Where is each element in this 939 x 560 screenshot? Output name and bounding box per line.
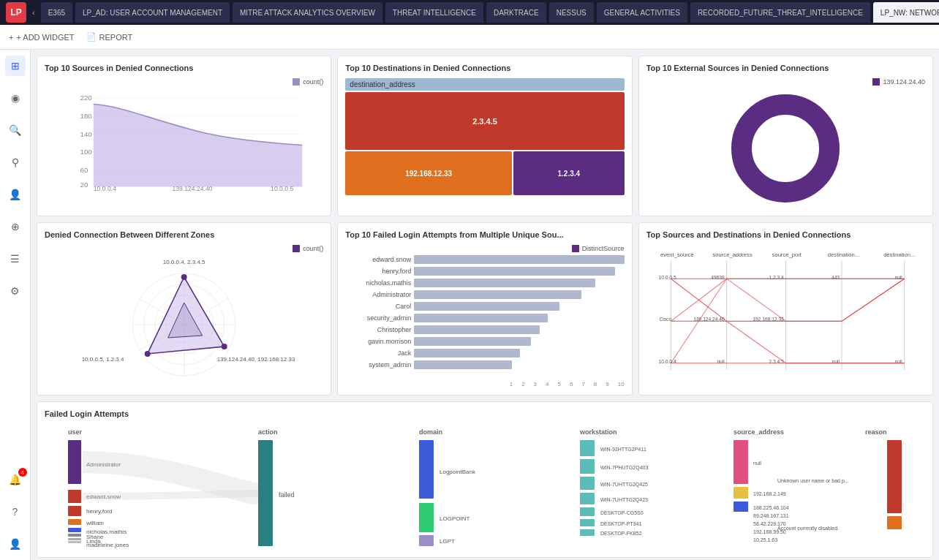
svg-rect-65 bbox=[68, 490, 81, 503]
tab-threat[interactable]: THREAT INTELLIGENCE bbox=[385, 2, 483, 23]
sidebar-item-account[interactable]: 👤 bbox=[5, 534, 26, 554]
hbar-row-3: Administrator bbox=[345, 290, 624, 299]
sidebar-item-search[interactable]: 🔍 bbox=[5, 120, 26, 140]
sidebar-item-user[interactable]: 👤 bbox=[5, 184, 26, 205]
svg-text:workstation: workstation bbox=[579, 428, 617, 436]
svg-text:220: 220 bbox=[80, 94, 93, 102]
widget-failed-login-top10: Top 10 Failed Login Attempts from Multip… bbox=[337, 222, 632, 396]
hbar-label-2: nicholas.mathis bbox=[345, 279, 411, 287]
svg-rect-93 bbox=[580, 493, 595, 504]
svg-text:20: 20 bbox=[80, 181, 88, 189]
svg-text:139.124.24.40, 192.168.12.33: 139.124.24.40, 192.168.12.33 bbox=[217, 356, 295, 363]
svg-text:10.0.0.5: 10.0.0.5 bbox=[658, 275, 676, 280]
tab-lp-nw[interactable]: LP_NW: NETWORK ACCES bbox=[873, 2, 939, 23]
legend-dot-failed bbox=[572, 245, 579, 252]
svg-text:WIN-7UHTTG2Q423: WIN-7UHTTG2Q423 bbox=[600, 497, 648, 503]
svg-point-28 bbox=[181, 274, 187, 280]
svg-text:null: null bbox=[753, 461, 761, 466]
svg-text:event_source: event_source bbox=[660, 251, 694, 258]
xaxis-3: 3 bbox=[534, 381, 537, 387]
svg-text:null: null bbox=[894, 275, 902, 280]
svg-text:action: action bbox=[258, 428, 278, 436]
svg-point-29 bbox=[222, 344, 227, 349]
svg-rect-101 bbox=[734, 440, 748, 484]
svg-text:180: 180 bbox=[80, 112, 93, 120]
sidebar-item-plus[interactable]: ⊕ bbox=[5, 216, 26, 237]
sidebar-item-settings[interactable]: ⚙ bbox=[5, 281, 26, 301]
tab-general[interactable]: GENERAL ACTIVITIES bbox=[597, 2, 687, 23]
svg-text:henry.ford: henry.ford bbox=[86, 508, 112, 515]
sidebar-item-dashboard[interactable]: ⊞ bbox=[5, 56, 26, 76]
sidebar-item-search2[interactable]: ⚲ bbox=[5, 152, 26, 173]
widget-zones-radar: Denied Connection Between Different Zone… bbox=[37, 222, 331, 396]
svg-text:Account currently disabled.: Account currently disabled. bbox=[777, 526, 839, 531]
svg-rect-111 bbox=[887, 440, 902, 513]
svg-rect-63 bbox=[68, 440, 81, 484]
sidebar-item-list[interactable]: ☰ bbox=[5, 249, 26, 269]
legend-radar: count() bbox=[45, 245, 323, 252]
hbar-label-4: Carol bbox=[345, 303, 411, 310]
svg-rect-69 bbox=[68, 519, 81, 525]
svg-rect-99 bbox=[580, 529, 595, 536]
widget-failed-login-body: user action domain workstation source_ad… bbox=[45, 424, 925, 550]
hbar-row-9: system_admin bbox=[345, 360, 624, 369]
svg-rect-81 bbox=[419, 440, 434, 499]
report-button[interactable]: 📄 REPORT bbox=[86, 32, 133, 42]
sidebar-item-help[interactable]: ? bbox=[5, 502, 26, 522]
svg-text:destination...: destination... bbox=[883, 251, 915, 258]
add-widget-button[interactable]: + + ADD WIDGET bbox=[9, 33, 75, 42]
svg-text:192.168.2.149: 192.168.2.149 bbox=[753, 491, 786, 496]
main-layout: ⊞ ◉ 🔍 ⚲ 👤 ⊕ ☰ ⚙ 🔔 4 ? 👤 Top 10 Sources i… bbox=[0, 50, 939, 560]
widget-zones-radar-title: Denied Connection Between Different Zone… bbox=[45, 230, 323, 239]
svg-text:DESKTOP-PT341: DESKTOP-PT341 bbox=[600, 521, 641, 526]
tab-darktrace[interactable]: DARKTRACE bbox=[486, 2, 546, 23]
hbar-label-0: edward.snow bbox=[345, 256, 411, 263]
xaxis-1: 1 bbox=[510, 381, 513, 387]
hbar-label-5: security_admin bbox=[345, 314, 411, 322]
report-icon: 📄 bbox=[86, 32, 97, 42]
legend-dot-sources bbox=[293, 78, 300, 86]
nav-back-button[interactable]: ‹ bbox=[29, 8, 38, 17]
legend-label-failed: DistinctSource bbox=[582, 245, 625, 252]
legend-dot-external bbox=[872, 78, 880, 86]
svg-text:139.124.24.40: 139.124.24.40 bbox=[173, 185, 213, 191]
hbar-row-2: nicholas.mathis bbox=[345, 279, 624, 287]
hbar-label-8: Jack bbox=[345, 349, 411, 357]
tab-mitre[interactable]: MITRE ATTACK ANALYTICS OVERVIEW bbox=[233, 2, 382, 23]
tab-nessus[interactable]: NESSUS bbox=[549, 2, 594, 23]
xaxis-6: 6 bbox=[570, 381, 573, 387]
main-content: Top 10 Sources in Denied Connections cou… bbox=[31, 50, 939, 560]
tab-recorded[interactable]: RECORDED_FUTURE_THREAT_INTELLIGENCE bbox=[690, 2, 870, 23]
widget-zones-radar-body: 10.0.0.4, 2.3.4.5 10.0.0.5, 1.2.3.4 139.… bbox=[45, 255, 323, 387]
svg-rect-91 bbox=[580, 477, 595, 490]
treemap-cell-1234: 1.2.3.4 bbox=[513, 151, 625, 195]
widget-top10-sources-title: Top 10 Sources in Denied Connections bbox=[45, 64, 323, 72]
legend-sources: count() bbox=[45, 78, 323, 86]
hbar-row-0: edward.snow bbox=[345, 255, 624, 264]
xaxis-2: 2 bbox=[521, 381, 524, 387]
plus-icon: + bbox=[9, 33, 13, 42]
add-widget-label: + ADD WIDGET bbox=[16, 33, 74, 42]
tab-e365[interactable]: E365 bbox=[41, 2, 72, 23]
svg-text:destination...: destination... bbox=[828, 251, 859, 258]
widget-top10-dest: Top 10 Destinations in Denied Connection… bbox=[337, 56, 632, 216]
svg-text:1.2.3.4: 1.2.3.4 bbox=[769, 275, 784, 280]
xaxis-7: 7 bbox=[581, 381, 584, 387]
sidebar-item-circle[interactable]: ◉ bbox=[5, 88, 26, 108]
sidebar-item-notification[interactable]: 🔔 4 bbox=[5, 469, 26, 490]
legend-label-external: 139.124.24.40 bbox=[883, 78, 925, 86]
widget-failed-login-title: Failed Login Attempts bbox=[45, 409, 925, 418]
hbar-bar-3 bbox=[414, 290, 581, 299]
svg-rect-75 bbox=[68, 538, 81, 540]
svg-text:443: 443 bbox=[831, 275, 840, 280]
svg-text:WIN-7UHTTG2Q425: WIN-7UHTTG2Q425 bbox=[600, 482, 648, 488]
hbar-label-9: system_admin bbox=[345, 361, 411, 368]
treemap: destination_address 2.3.4.5 192.168.12.3… bbox=[345, 78, 624, 195]
svg-text:100: 100 bbox=[80, 148, 93, 156]
svg-text:49638: 49638 bbox=[711, 275, 725, 280]
svg-rect-79 bbox=[258, 440, 273, 546]
hbar-bar-2 bbox=[414, 279, 595, 287]
hbar-row-8: Jack bbox=[345, 349, 624, 357]
tab-lp-ad[interactable]: LP_AD: USER ACCOUNT MANAGEMENT bbox=[75, 2, 230, 23]
svg-rect-83 bbox=[419, 503, 434, 532]
